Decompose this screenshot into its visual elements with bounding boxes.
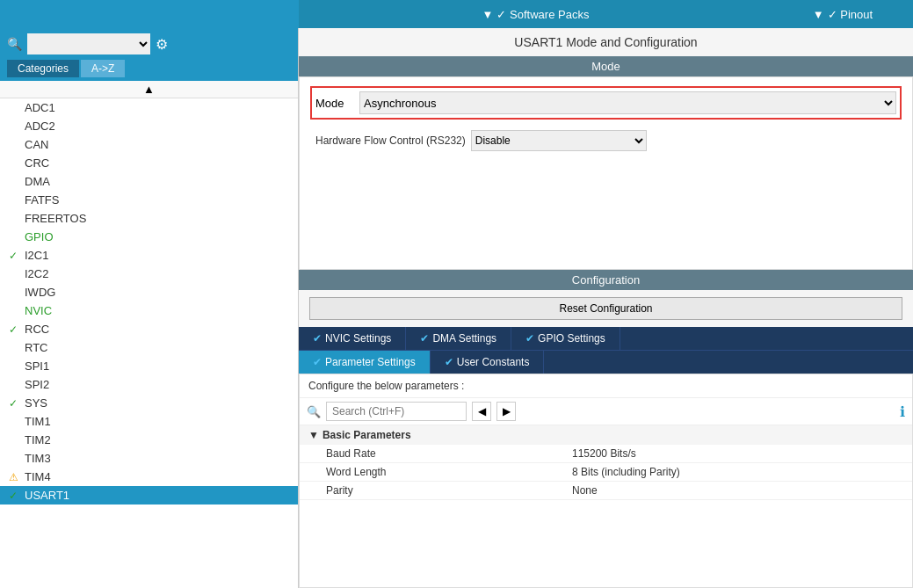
sidebar-item-tim4[interactable]: ⚠TIM4 [0,468,298,486]
sidebar-item-tim3[interactable]: TIM3 [0,449,298,468]
check-mark-icon: ✓ [9,490,21,502]
sidebar-item-label: I2C2 [25,267,48,280]
check-icon: ✔ [525,332,534,345]
sidebar-item-gpio[interactable]: GPIO [0,228,298,246]
sidebar-item-tim2[interactable]: TIM2 [0,431,298,449]
config-section: Configuration Reset Configuration ✔ NVIC… [299,270,913,588]
sidebar-item-usart1[interactable]: ✓USART1 [0,486,298,505]
sidebar-item-can[interactable]: CAN [0,135,298,154]
tab-user-label: User Constants [457,356,530,368]
word-length-value: 8 Bits (including Parity) [572,466,886,478]
tab-gpio-settings[interactable]: ✔ GPIO Settings [511,327,620,350]
sidebar-item-dma[interactable]: DMA [0,172,298,191]
tab-gpio-label: GPIO Settings [538,332,605,345]
page-title: USART1 Mode and Configuration [299,28,913,56]
sidebar-item-nvic[interactable]: NVIC [0,301,298,320]
tab-nvic-settings[interactable]: ✔ NVIC Settings [299,327,406,350]
sidebar-item-label: TIM3 [25,452,51,465]
sidebar-item-label: SYS [25,396,47,410]
sidebar-item-label: TIM2 [25,433,51,446]
sidebar-item-crc[interactable]: CRC [0,154,298,172]
sidebar-item-label: FREERTOS [25,212,86,225]
sidebar-item-fatfs[interactable]: FATFS [0,191,298,209]
hw-flow-label: Hardware Flow Control (RS232) [315,134,466,147]
check-icon: ✔ [420,332,429,345]
mode-section: Mode Asynchronous Synchronous Disable Ha… [299,76,913,270]
top-bar-left [0,0,299,28]
sidebar: 🔍 ⚙ Categories A->Z ▲ ADC1ADC2CANCRCDMAF… [0,28,299,588]
sidebar-item-iwdg[interactable]: IWDG [0,283,298,301]
param-content: Configure the below parameters : 🔍 ◀ ▶ ℹ… [299,374,913,588]
hw-flow-select[interactable]: Disable Enable [471,130,647,151]
sidebar-item-label: SPI1 [25,359,49,373]
sidebar-item-adc2[interactable]: ADC2 [0,117,298,135]
content-area: USART1 Mode and Configuration Mode Mode … [299,28,913,588]
tab-param-label: Parameter Settings [325,356,416,368]
sidebar-item-spi1[interactable]: SPI1 [0,357,298,375]
sidebar-item-rcc[interactable]: ✓RCC [0,320,298,338]
config-header: Configuration [299,270,913,290]
parity-value: None [572,484,886,497]
hw-flow-row: Hardware Flow Control (RS232) Disable En… [310,127,902,155]
check-icon: ✔ [445,356,453,368]
mode-row: Mode Asynchronous Synchronous Disable [310,86,902,120]
sidebar-item-label: GPIO [25,230,54,243]
search-icon: 🔍 [7,37,22,51]
gear-icon[interactable]: ⚙ [156,36,168,53]
main-layout: 🔍 ⚙ Categories A->Z ▲ ADC1ADC2CANCRCDMAF… [0,28,913,588]
sidebar-item-sys[interactable]: ✓SYS [0,394,298,412]
baud-rate-value: 115200 Bits/s [572,447,886,460]
sidebar-item-rtc[interactable]: RTC [0,338,298,357]
software-packs-label: ✓ Software Packs [496,8,589,21]
warn-icon: ⚠ [9,471,21,483]
software-packs-btn[interactable]: ▼ ✓ Software Packs [299,0,772,28]
pinout-label: ✓ Pinout [828,8,873,21]
mode-spacer [310,155,902,260]
parity-label: Parity [326,484,572,497]
sidebar-list: ADC1ADC2CANCRCDMAFATFSFREERTOSGPIO✓I2C1I… [0,98,298,588]
param-row-word-length: Word Length 8 Bits (including Parity) [300,463,912,482]
next-result-button[interactable]: ▶ [496,402,516,421]
sidebar-item-label: IWDG [25,286,55,299]
sidebar-item-label: USART1 [25,489,69,502]
chevron-down-icon: ▼ [813,8,824,21]
baud-rate-label: Baud Rate [326,447,572,460]
sidebar-item-i2c1[interactable]: ✓I2C1 [0,246,298,265]
mode-header: Mode [299,56,913,76]
basic-parameters-label: Basic Parameters [322,429,411,441]
collapse-icon[interactable]: ▼ [308,429,319,441]
tab-dma-label: DMA Settings [432,332,496,345]
tab-nvic-label: NVIC Settings [325,332,391,345]
basic-parameters-group: ▼ Basic Parameters [300,425,912,445]
sidebar-item-label: NVIC [25,304,52,317]
param-search-input[interactable] [326,402,467,421]
check-icon: ✔ [313,332,322,345]
sidebar-item-label: DMA [25,175,50,188]
prev-result-button[interactable]: ◀ [472,402,491,421]
sidebar-item-spi2[interactable]: SPI2 [0,375,298,394]
mode-label: Mode [315,97,359,110]
top-bar: ▼ ✓ Software Packs ▼ ✓ Pinout [0,0,913,28]
tab-dma-settings[interactable]: ✔ DMA Settings [406,327,511,350]
tab-user-constants[interactable]: ✔ User Constants [431,351,545,374]
param-search-bar: 🔍 ◀ ▶ ℹ [300,398,912,425]
tab-parameter-settings[interactable]: ✔ Parameter Settings [299,351,431,374]
sidebar-item-i2c2[interactable]: I2C2 [0,265,298,283]
mode-select[interactable]: Asynchronous Synchronous Disable [359,91,896,114]
reset-configuration-button[interactable]: Reset Configuration [309,297,902,320]
check-icon: ✔ [313,356,322,368]
search-icon: 🔍 [307,405,321,418]
tab-az[interactable]: A->Z [81,60,125,77]
check-mark-icon: ✓ [9,323,21,336]
pinout-btn[interactable]: ▼ ✓ Pinout [772,0,913,28]
chevron-down-icon: ▼ [482,8,494,21]
tab-categories[interactable]: Categories [7,60,79,77]
sidebar-item-adc1[interactable]: ADC1 [0,98,298,117]
sidebar-item-label: I2C1 [25,249,48,262]
search-dropdown[interactable] [27,33,150,54]
sidebar-item-tim1[interactable]: TIM1 [0,412,298,431]
sidebar-item-label: ADC1 [25,101,55,114]
scroll-up-arrow[interactable]: ▲ [0,81,298,98]
sidebar-item-label: FATFS [25,193,59,207]
sidebar-item-freertos[interactable]: FREERTOS [0,209,298,228]
